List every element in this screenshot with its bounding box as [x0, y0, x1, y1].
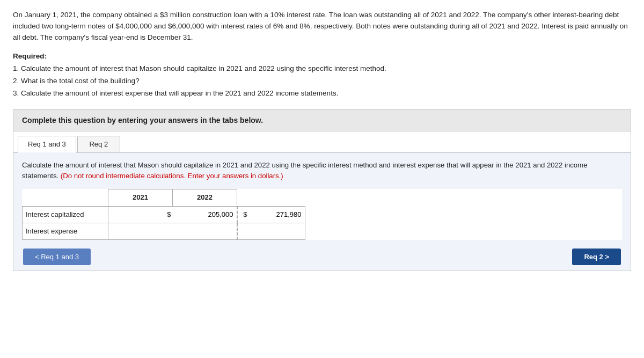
required-item-2: 2. What is the total cost of the buildin… [13, 76, 631, 86]
tabs-row: Req 1 and 3 Req 2 [13, 131, 631, 152]
currency-symbol-2022: $ [237, 206, 249, 223]
required-title: Required: [13, 52, 631, 60]
currency-symbol-expense-2022 [237, 223, 249, 239]
tab-content-req1and3: Calculate the amount of interest that Ma… [13, 152, 631, 271]
tab-req-1-and-3[interactable]: Req 1 and 3 [18, 136, 76, 152]
answer-table-section: 2021 2022 Interest capitalized $ $ [22, 189, 622, 239]
nav-buttons-row: < Req 1 and 3 Req 2 > [22, 249, 622, 265]
input-interest-expense-2021[interactable] [185, 227, 233, 235]
label-interest-capitalized: Interest capitalized [23, 206, 108, 223]
value-interest-expense-2021[interactable] [173, 223, 237, 239]
tab-description: Calculate the amount of interest that Ma… [22, 160, 622, 182]
header-2021: 2021 [108, 189, 173, 206]
header-2022: 2022 [173, 189, 237, 206]
answer-table: 2021 2022 Interest capitalized $ $ [22, 189, 305, 239]
currency-symbol-expense-2021 [108, 223, 173, 239]
value-interest-expense-2022[interactable] [249, 223, 305, 239]
input-interest-expense-2022[interactable] [253, 227, 302, 235]
currency-symbol-2021: $ [108, 206, 173, 223]
tabs-container: Req 1 and 3 Req 2 Calculate the amount o… [13, 131, 631, 271]
next-button[interactable]: Req 2 > [572, 249, 621, 265]
required-item-3: 3. Calculate the amount of interest expe… [13, 88, 631, 99]
required-section: Required: 1. Calculate the amount of int… [13, 52, 631, 99]
instruction-box: Complete this question by entering your … [13, 109, 631, 131]
label-interest-expense: Interest expense [23, 223, 108, 239]
table-row-interest-capitalized: Interest capitalized $ $ [23, 206, 305, 223]
tab-description-highlight: (Do not round intermediate calculations.… [61, 172, 283, 180]
value-interest-capitalized-2021[interactable] [173, 206, 237, 223]
table-row-interest-expense: Interest expense [23, 223, 305, 239]
prev-button[interactable]: < Req 1 and 3 [23, 249, 91, 265]
tab-req-2[interactable]: Req 2 [77, 136, 120, 152]
required-item-1: 1. Calculate the amount of interest that… [13, 63, 631, 74]
value-interest-capitalized-2022[interactable] [249, 206, 305, 223]
input-interest-capitalized-2022[interactable] [253, 210, 302, 218]
input-interest-capitalized-2021[interactable] [185, 210, 233, 218]
intro-paragraph: On January 1, 2021, the company obtained… [13, 10, 631, 43]
instruction-text: Complete this question by entering your … [22, 116, 263, 125]
